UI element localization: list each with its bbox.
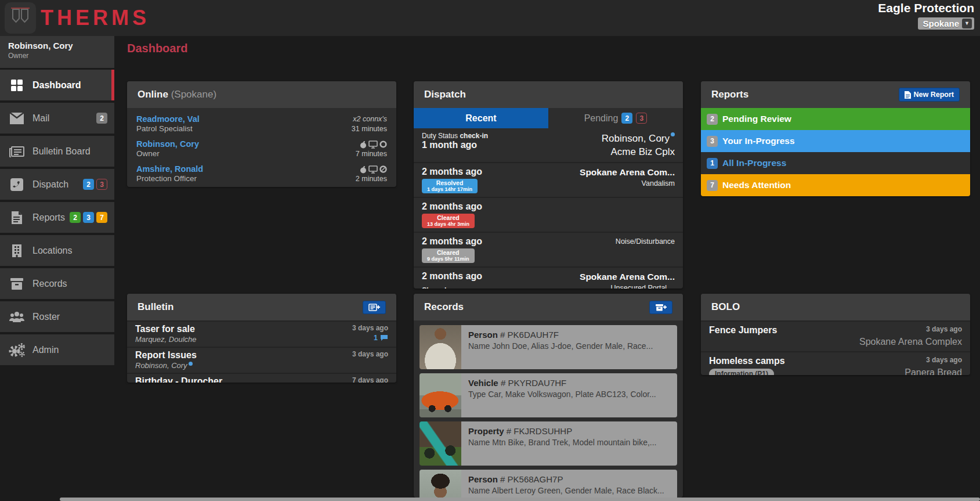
bulletin-post-row[interactable]: Birthday - Durocher Robinson, Cory 7 day… [127, 373, 396, 383]
status-badge-cleared: Cleared 13 days 4hr 3min [422, 214, 475, 228]
bulletin-card-title: Bulletin [138, 301, 173, 313]
record-row-person[interactable]: Person # PK6DAUH7F Name John Doe, Alias … [420, 325, 677, 369]
dispatch-row-incident: Vandalism [580, 178, 675, 189]
dispatch-row-incident: Unsecured Portal,... [580, 283, 675, 289]
dispatch-active-badge: 2 [83, 179, 94, 190]
admin-gears-icon [8, 343, 26, 358]
online-user-role: Protection Officer [136, 174, 203, 183]
dispatch-row[interactable]: 2 months ago Cleared 13 days 4hr 3min [414, 197, 683, 232]
bulletin-card: Bulletin Taser for sale Marquez, Doulche… [127, 294, 396, 383]
page-title: Dashboard [127, 42, 187, 55]
bolo-item-title: Fence Jumpers [709, 325, 777, 336]
records-card-title: Records [424, 301, 464, 313]
bulletin-post-time: 7 days ago [352, 376, 388, 383]
online-user-row: Readmoore, Val Patrol Specialist x2 conn… [127, 111, 396, 136]
sidebar-item-label: Reports [32, 212, 70, 223]
dispatch-phone-icon [8, 178, 26, 192]
sidebar-item-label: Records [32, 279, 107, 289]
bulletin-post-title: Taser for sale [135, 324, 197, 334]
brand-logo[interactable]: THERMS [5, 2, 150, 34]
dispatch-row-incident: Noise/Disturbance [616, 236, 675, 247]
online-user-link[interactable]: Robinson, Cory [136, 139, 199, 149]
sidebar-item-records[interactable]: Records [0, 268, 114, 299]
record-number: # PK568AGH7P [500, 474, 563, 484]
dispatch-card-header: Dispatch [414, 81, 683, 108]
dispatch-row[interactable]: 2 months ago Cleared 9 days 5hr 11min No… [414, 232, 683, 266]
sidebar-item-dashboard[interactable]: Dashboard [0, 70, 114, 100]
bolo-item-row[interactable]: Homeless camps Information (P1) 3 days a… [701, 351, 970, 375]
new-report-label: New Report [914, 91, 954, 99]
report-row-label: Pending Review [722, 114, 791, 124]
count-badge: 2 [707, 114, 718, 125]
bolo-card-header: BOLO [701, 294, 970, 320]
reports-card-header: Reports New Report [701, 81, 970, 108]
sidebar-item-dispatch[interactable]: Dispatch 2 3 [0, 169, 114, 200]
bulletin-post-row[interactable]: Taser for sale Marquez, Doulche 3 days a… [127, 320, 396, 347]
online-user-row: Amshire, Ronald Protection Officer 2 min… [127, 161, 396, 186]
sidebar-item-reports[interactable]: Reports 2 3 7 [0, 202, 114, 233]
region-selector-button[interactable]: Spokane ▼ [918, 17, 974, 30]
online-card-subtitle: (Spokane) [171, 89, 216, 100]
online-card-header: Online (Spokane) [127, 81, 396, 108]
reports-all-in-progress-row[interactable]: 1 All In-Progress [701, 152, 970, 174]
status-badge-cleared: Cleared 9 days 5hr 11min [422, 248, 475, 263]
record-type: Vehicle [468, 378, 498, 388]
tab-pending[interactable]: Pending 2 3 [548, 108, 683, 128]
dispatch-row[interactable]: 2 months ago Resolved 1 days 14hr 17min … [414, 162, 683, 197]
reports-needs-attention-row[interactable]: 7 Needs Attention [701, 174, 970, 196]
reports-your-in-progress-row[interactable]: 3 Your In-Progress [701, 130, 970, 152]
online-user-link[interactable]: Amshire, Ronald [136, 164, 203, 174]
online-card-title: Online [138, 89, 168, 100]
bulletin-card-header: Bulletin [127, 294, 396, 320]
reports-pending-review-row[interactable]: 2 Pending Review [701, 108, 970, 130]
records-add-icon [655, 304, 667, 311]
bulletin-comment-count: 1 [374, 334, 378, 342]
browser-icon [379, 140, 387, 148]
dispatch-row-time: 2 months ago [422, 201, 482, 212]
sidebar-item-label: Mail [32, 113, 96, 124]
dispatch-pending-badge: 3 [96, 179, 107, 190]
dispatch-row-location: Spokane Arena Com... [580, 167, 675, 178]
reports-card: Reports New Report 2 Pending Review 3 Yo… [701, 81, 970, 196]
dispatch-row-time: 2 months ago [422, 271, 482, 282]
report-row-label: Needs Attention [722, 180, 791, 190]
horizontal-scrollbar[interactable] [60, 498, 980, 501]
sidebar-user-card[interactable]: Robinson, Cory Owner [0, 36, 114, 68]
sidebar-item-admin[interactable]: Admin [0, 334, 114, 365]
record-row-property[interactable]: Property # FKJRDSUHHP Name Mtn Bike, Bra… [420, 421, 677, 466]
dashboard-grid-icon [8, 78, 26, 92]
pending-active-badge: 2 [621, 113, 632, 124]
sidebar-item-locations[interactable]: Locations [0, 235, 114, 266]
sidebar-item-mail[interactable]: Mail 2 [0, 103, 114, 134]
bulletin-post-title: Report Issues [135, 350, 197, 361]
gear-superscript-icon [189, 362, 193, 366]
dispatch-row[interactable]: Duty Status check-in 1 month ago Robinso… [414, 128, 683, 162]
dispatch-row-type-bold: check-in [460, 132, 488, 140]
sidebar-item-label: Roster [32, 312, 107, 322]
record-details: Name John Doe, Alias J-doe, Gender Male,… [468, 341, 670, 351]
add-bulletin-button[interactable] [363, 301, 386, 314]
new-report-button[interactable]: New Report [899, 88, 960, 102]
top-bar: THERMS Eagle Protection Spokane ▼ [0, 0, 980, 36]
bulletin-post-author: Marquez, Doulche [135, 335, 197, 344]
record-row-vehicle[interactable]: Vehicle # PKYRDAU7HF Type Car, Make Volk… [420, 373, 677, 417]
display-icon [368, 165, 378, 174]
status-label: Cleared [427, 215, 469, 221]
report-row-label: Your In-Progress [722, 136, 795, 146]
record-number: # FKJRDSUHHP [507, 426, 572, 436]
sidebar-item-roster[interactable]: Roster [0, 301, 114, 332]
report-row-label: All In-Progress [722, 158, 786, 168]
record-row-person[interactable]: Person # PK568AGH7P Name Albert Leroy Gr… [420, 470, 677, 498]
add-record-button[interactable] [649, 301, 672, 314]
dispatch-row-time: 1 month ago [422, 140, 488, 150]
online-user-link[interactable]: Readmoore, Val [136, 114, 200, 124]
tab-recent[interactable]: Recent [414, 108, 548, 128]
bulletin-post-row[interactable]: Report Issues Robinson, Cory 3 days ago [127, 347, 396, 373]
dispatch-row[interactable]: 2 months ago Cleared Spokane Arena Com..… [414, 266, 683, 289]
status-label: Cleared [427, 250, 469, 256]
bolo-item-row[interactable]: Fence Jumpers 3 days ago Spokane Arena C… [701, 320, 970, 351]
bulletin-newspaper-icon [8, 146, 26, 157]
bolo-card: BOLO Fence Jumpers 3 days ago Spokane Ar… [701, 294, 970, 375]
count-badge: 3 [707, 136, 718, 147]
sidebar-item-bulletin-board[interactable]: Bulletin Board [0, 136, 114, 167]
